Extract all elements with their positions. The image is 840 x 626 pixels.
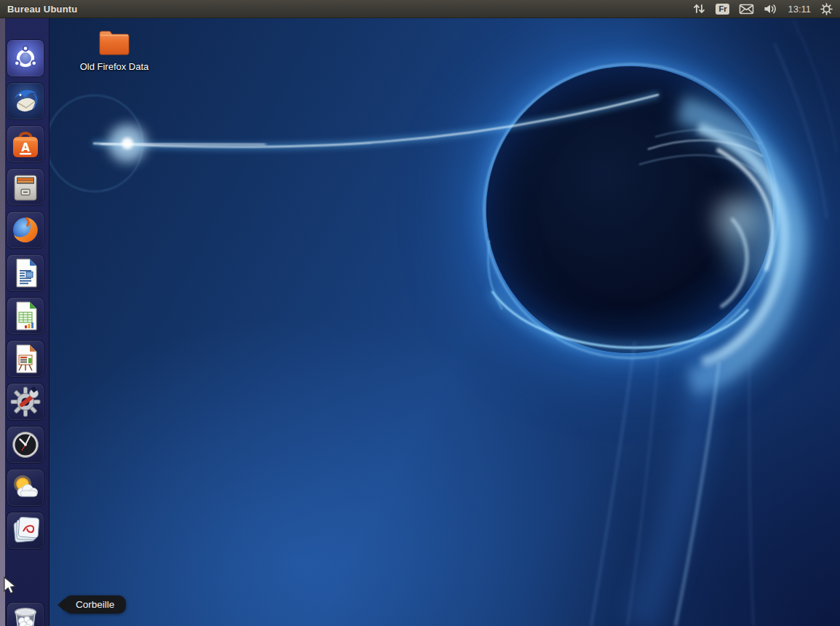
trash-tooltip: Corbeille bbox=[64, 595, 126, 614]
firefox-icon bbox=[7, 212, 44, 248]
desktop-folder-label: Old Firefox Data bbox=[73, 61, 156, 72]
libreoffice-impress-icon bbox=[7, 341, 44, 377]
thunderbird-icon bbox=[7, 83, 44, 119]
libreoffice-writer-icon bbox=[7, 255, 44, 291]
mouse-cursor bbox=[4, 577, 21, 595]
launcher-item-clock[interactable] bbox=[7, 427, 44, 463]
launcher-item-trash[interactable] bbox=[7, 603, 44, 626]
mail-envelope-icon[interactable] bbox=[739, 4, 754, 15]
trash-tooltip-text: Corbeille bbox=[76, 599, 114, 610]
desktop-folder-old-firefox-data[interactable]: Old Firefox Data bbox=[73, 26, 156, 72]
unity-launcher: A bbox=[0, 17, 49, 626]
ubuntu-software-center-icon: A bbox=[7, 126, 44, 162]
ubuntu-dash-icon bbox=[7, 40, 44, 76]
trash-icon bbox=[7, 603, 44, 626]
launcher-item-software-center[interactable]: A bbox=[7, 126, 44, 162]
clock-text[interactable]: 13:11 bbox=[788, 4, 811, 15]
clock-icon bbox=[7, 427, 44, 463]
file-manager-icon bbox=[7, 169, 44, 205]
launcher-item-writer[interactable] bbox=[7, 255, 44, 291]
launcher-item-firefox[interactable] bbox=[7, 212, 44, 248]
system-settings-icon bbox=[7, 384, 44, 420]
launcher-item-card-stack[interactable] bbox=[7, 512, 44, 549]
indicator-area: Fr 13:11 bbox=[693, 3, 840, 15]
weather-icon bbox=[7, 470, 44, 506]
folder-icon bbox=[96, 26, 132, 57]
volume-icon[interactable] bbox=[764, 4, 778, 15]
launcher-item-files[interactable] bbox=[7, 169, 44, 205]
launcher-item-calc[interactable] bbox=[7, 298, 44, 334]
keyboard-layout-badge[interactable]: Fr bbox=[716, 4, 729, 15]
launcher-item-settings[interactable] bbox=[7, 384, 44, 420]
card-stack-icon bbox=[7, 512, 44, 549]
launcher-item-weather[interactable] bbox=[7, 470, 44, 506]
launcher-edge-strip bbox=[0, 17, 5, 626]
launcher-item-impress[interactable] bbox=[7, 341, 44, 377]
active-app-title[interactable]: Bureau Ubuntu bbox=[7, 4, 77, 15]
launcher-item-dash[interactable] bbox=[7, 40, 44, 76]
wallpaper-light-effects bbox=[0, 0, 840, 626]
ubuntu-desktop-screen: Bureau Ubuntu Fr bbox=[0, 0, 840, 626]
launcher-item-thunderbird[interactable] bbox=[7, 83, 44, 119]
top-panel: Bureau Ubuntu Fr bbox=[0, 0, 840, 18]
libreoffice-calc-icon bbox=[7, 298, 44, 334]
svg-text:A: A bbox=[21, 141, 30, 154]
session-gear-icon[interactable] bbox=[820, 3, 833, 15]
updown-arrows-icon[interactable] bbox=[693, 3, 706, 15]
